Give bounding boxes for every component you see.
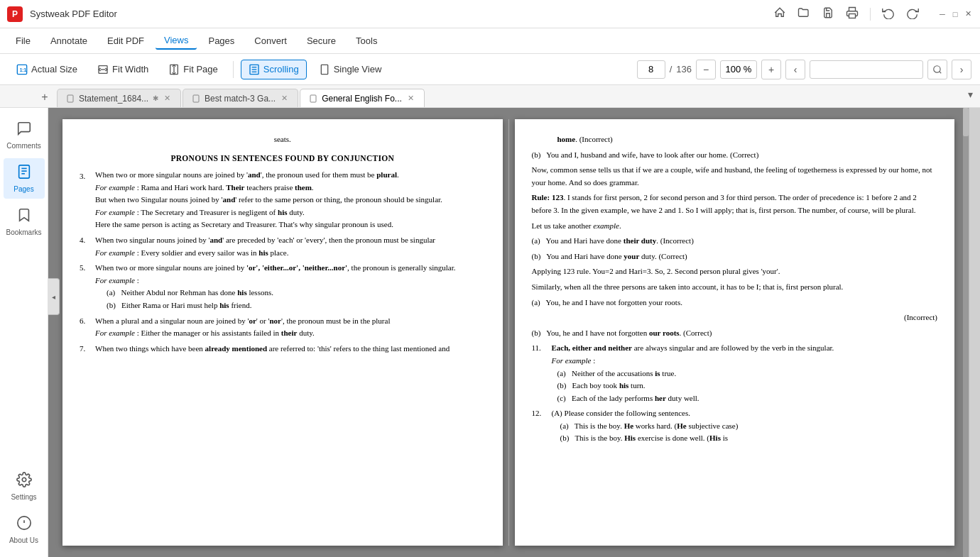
tab-close-1[interactable]: ✕: [280, 93, 289, 104]
zoom-decrease-button[interactable]: −: [696, 60, 716, 79]
right-text-11: (Incorrect): [532, 311, 938, 324]
right-text-1: home. (Incorrect): [532, 133, 938, 146]
svg-rect-14: [67, 95, 73, 102]
prev-page-button[interactable]: ‹: [785, 60, 805, 79]
close-button[interactable]: ✕: [963, 9, 973, 19]
actual-size-button[interactable]: 1:1 Actual Size: [9, 60, 85, 79]
svg-rect-16: [310, 95, 316, 102]
search-icon-button[interactable]: [927, 60, 947, 79]
svg-rect-15: [193, 95, 199, 102]
redo-icon[interactable]: [906, 6, 919, 22]
page-divider: [508, 119, 509, 546]
menu-tools[interactable]: Tools: [347, 33, 386, 49]
single-view-button[interactable]: Single View: [311, 60, 390, 79]
page-total-separator: /: [670, 64, 673, 75]
list-item: 4. When two singular nouns joined by 'an…: [80, 231, 486, 259]
titlebar: P Systweak PDF Editor ─ □ ✕: [0, 0, 980, 28]
tab-close-0[interactable]: ✕: [163, 93, 172, 104]
pdf-icon-3: [309, 94, 317, 103]
single-view-label: Single View: [334, 64, 382, 75]
pdf-text-left: seats. PRONOUNS IN SENTENCES FOUND BY CO…: [80, 133, 486, 355]
pdf-page-left: seats. PRONOUNS IN SENTENCES FOUND BY CO…: [62, 119, 503, 546]
sidebar-item-settings[interactable]: Settings: [4, 466, 45, 507]
page-total: 136: [676, 64, 692, 75]
comments-icon: [16, 121, 32, 140]
menu-pages[interactable]: Pages: [200, 33, 243, 49]
bookmarks-icon: [16, 207, 32, 226]
menu-convert[interactable]: Convert: [246, 33, 295, 49]
menu-edit-pdf[interactable]: Edit PDF: [99, 33, 153, 49]
scrollbar[interactable]: [963, 108, 969, 557]
tab-label-0: Statement_1684...: [79, 94, 148, 104]
zoom-increase-button[interactable]: +: [761, 60, 781, 79]
right-text-7: (b) You and Hari have done your duty. (C…: [532, 250, 938, 263]
tabs-overflow-button[interactable]: ▾: [968, 89, 973, 100]
menu-views[interactable]: Views: [156, 32, 197, 50]
scrollbar-thumb[interactable]: [963, 108, 969, 136]
right-panel-collapse[interactable]: [969, 108, 980, 557]
new-tab-button[interactable]: +: [37, 89, 53, 105]
svg-rect-11: [321, 65, 327, 74]
tab-general-english[interactable]: General English Fo... ✕: [300, 89, 425, 107]
actual-size-label: Actual Size: [31, 64, 77, 75]
print-icon[interactable]: [846, 6, 859, 22]
page-number-input[interactable]: [637, 60, 665, 79]
right-text-8: Applying 123 rule. You=2 and Hari=3. So,…: [532, 265, 938, 278]
right-text-10: (a) You, he and I have not forgotten you…: [532, 297, 938, 309]
fit-width-label: Fit Width: [112, 64, 148, 75]
fit-width-button[interactable]: Fit Width: [89, 60, 156, 79]
right-text-9: Similarly, when all the three persons ar…: [532, 281, 938, 294]
sidebar-item-about[interactable]: About Us: [4, 509, 45, 550]
sidebar-label-settings: Settings: [11, 493, 36, 501]
app-title: Systweak PDF Editor: [30, 9, 766, 19]
window-controls: ─ □ ✕: [937, 9, 973, 19]
svg-rect-17: [18, 165, 29, 178]
sidebar-item-pages[interactable]: Pages: [4, 158, 45, 199]
menubar: File Annotate Edit PDF Views Pages Conve…: [0, 28, 980, 54]
zoom-input[interactable]: [720, 60, 757, 79]
sidebar-item-comments[interactable]: Comments: [4, 115, 45, 155]
toolbar-separator-1: [233, 61, 234, 78]
settings-icon: [16, 472, 32, 491]
fit-page-button[interactable]: Fit Page: [160, 60, 225, 79]
tab-statement[interactable]: Statement_1684... ✱ ✕: [57, 89, 181, 107]
right-text-2: (b) You and I, husband and wife, have to…: [532, 149, 938, 162]
search-input[interactable]: [810, 60, 923, 79]
folder-icon[interactable]: [797, 6, 810, 22]
right-text-12: (b) You, he and I have not forgotten our…: [532, 327, 938, 340]
list-item: 3. When two or more singular nouns are j…: [80, 169, 486, 231]
save-icon[interactable]: [822, 6, 834, 22]
svg-point-21: [22, 478, 26, 482]
tab-close-2[interactable]: ✕: [406, 93, 415, 104]
pages-icon: [16, 164, 32, 183]
svg-text:1:1: 1:1: [20, 67, 27, 72]
list-item: 11. Each, either and neither are always …: [532, 342, 938, 404]
menu-file[interactable]: File: [7, 33, 39, 49]
svg-rect-0: [849, 13, 856, 18]
fit-page-label: Fit Page: [183, 64, 217, 75]
sidebar-label-bookmarks: Bookmarks: [6, 228, 42, 236]
list-item: 5. When two or more singular nouns are j…: [80, 259, 486, 311]
menu-annotate[interactable]: Annotate: [42, 33, 96, 49]
sidebar-item-bookmarks[interactable]: Bookmarks: [4, 202, 45, 242]
sidebar-label-pages: Pages: [13, 185, 33, 193]
menu-secure[interactable]: Secure: [298, 33, 344, 49]
undo-icon[interactable]: [882, 6, 895, 22]
tabs-bar: + Statement_1684... ✱ ✕ Best match-3 Ga.…: [0, 85, 980, 108]
sidebar: Comments Pages Bookmarks Settings: [0, 108, 48, 557]
minimize-button[interactable]: ─: [937, 9, 947, 19]
pdf-icon: [66, 94, 75, 103]
tab-bestmatch[interactable]: Best match-3 Ga... ✕: [183, 89, 298, 107]
scrolling-button[interactable]: Scrolling: [241, 60, 307, 79]
right-text-3: Now, common sense tells us that if we ar…: [532, 164, 938, 189]
scrolling-label: Scrolling: [263, 64, 299, 75]
home-icon[interactable]: [773, 6, 786, 22]
maximize-button[interactable]: □: [950, 9, 960, 19]
right-text-5: Let us take another example.: [532, 220, 938, 233]
sidebar-collapse-button[interactable]: ◂: [48, 278, 60, 315]
toolbar: 1:1 Actual Size Fit Width Fit Page: [0, 54, 980, 85]
next-page-button[interactable]: ›: [952, 60, 971, 79]
svg-line-13: [940, 71, 942, 73]
list-item: 12. (A) Please consider the following se…: [532, 404, 938, 445]
pdf-text-right: home. (Incorrect) (b) You and I, husband…: [532, 133, 938, 445]
